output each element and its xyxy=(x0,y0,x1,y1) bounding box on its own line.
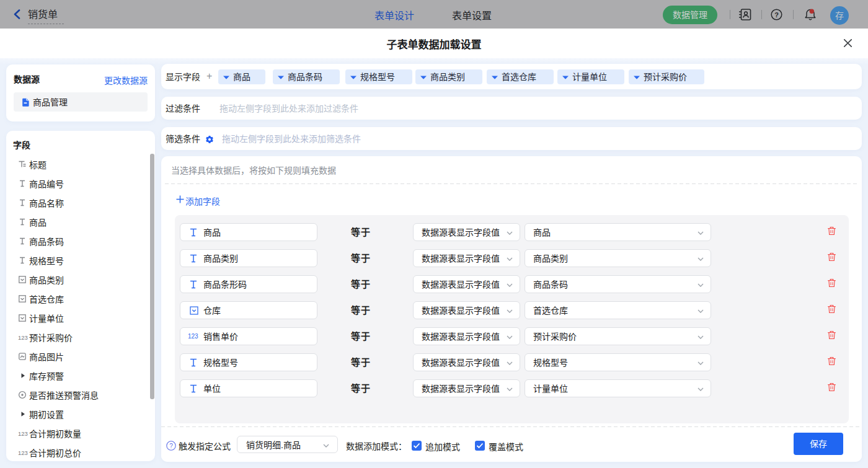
svg-text:?: ? xyxy=(774,11,779,19)
svg-text:?: ? xyxy=(169,443,173,449)
